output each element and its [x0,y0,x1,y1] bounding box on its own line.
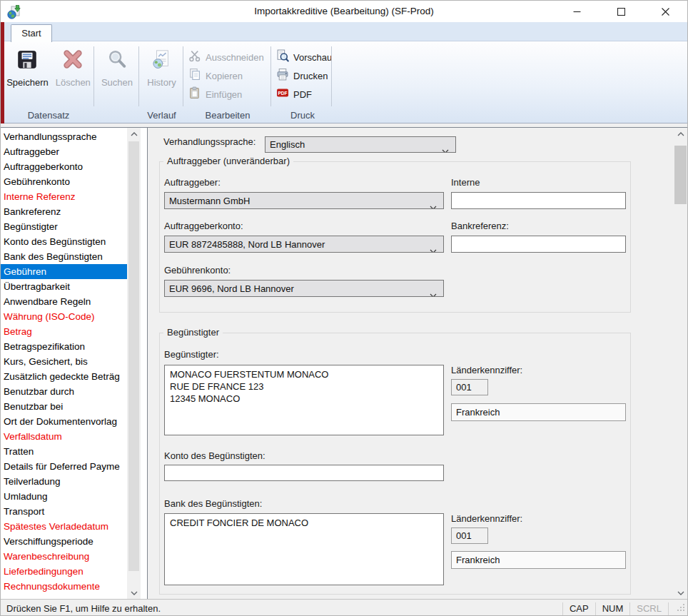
scroll-up-icon[interactable] [672,128,688,140]
ribbon-separator [331,46,332,106]
chevron-down-icon [430,286,437,297]
beneficiary-groupbox: Begünstigter Begünstigter: MONACO FUERST… [159,333,631,595]
sidebar-item[interactable]: Lieferbedingungen [1,564,127,579]
print-button-label: Drucken [293,71,328,81]
scrollbar-thumb[interactable] [128,141,139,571]
ribbon-group-label: Datensatz [4,110,93,121]
save-button[interactable]: Speichern [3,46,52,88]
ribbon-group-datensatz: Speichern Löschen Datensatz [4,41,93,123]
save-button-label: Speichern [6,77,49,88]
print-button[interactable]: Drucken [273,66,333,85]
tab-start[interactable]: Start [11,24,52,42]
sidebar-item[interactable]: Transport [1,504,127,519]
sidebar-item[interactable]: Gebührenkonto [1,174,127,189]
sidebar-item[interactable]: Bank des Begünstigten [1,249,127,264]
sidebar-item[interactable]: Rechnungsdokumente [1,579,127,594]
bank-reference-input[interactable] [451,236,626,253]
bank-reference-label: Bankreferenz: [451,221,509,231]
paste-button-label: Einfügen [206,89,242,100]
sidebar-item[interactable]: Gebühren [1,264,127,279]
scroll-down-icon[interactable] [127,587,141,599]
sidebar-item[interactable]: Bankreferenz [1,204,127,219]
sidebar-item[interactable]: Umladung [1,489,127,504]
beneficiary-account-input[interactable] [164,465,444,481]
ribbon-group-label: Verlauf [141,110,183,121]
country-code-label-2: Länderkennziffer: [451,513,522,524]
sidebar-item[interactable]: Konto des Begünstigten [1,234,127,249]
close-button[interactable] [643,1,687,22]
ribbon-separator [93,46,94,106]
applicant-select[interactable]: Mustermann GmbH [164,192,444,209]
svg-text:PDF: PDF [278,91,287,96]
beneficiary-bank-textarea[interactable]: CREDIT FONCIER DE MONACO [164,513,444,585]
sidebar-item[interactable]: Verschiffungsperiode [1,534,127,549]
applicant-account-select[interactable]: EUR 8872485888, Nord LB Hannover [164,236,444,253]
applicant-value: Mustermann GmbH [169,196,250,206]
sidebar-item[interactable]: Benutzbar durch [1,384,127,399]
scroll-lock-indicator: SCRL [629,602,669,615]
history-button[interactable]: History [143,46,179,88]
sidebar-item[interactable]: Übertragbarkeit [1,279,127,294]
sidebar-item[interactable]: Begünstigter [1,219,127,234]
paste-button[interactable]: Einfügen [185,85,270,103]
fee-account-value: EUR 9696, Nord LB Hannover [169,283,294,294]
sidebar-item[interactable]: Anwendbare Regeln [1,294,127,309]
cut-icon [188,49,201,65]
chevron-down-icon [442,143,449,153]
preview-button[interactable]: Vorschau [273,48,333,66]
form-pane: Verhandlungssprache: Englisch Auftraggeb… [147,128,672,599]
maximize-button[interactable] [599,1,643,22]
window-controls [555,1,687,22]
main-area: VerhandlungsspracheAuftraggeberAuftragge… [1,127,688,600]
title-bar: Importakkreditive (Bearbeitung) (SF-Prod… [1,1,687,22]
pdf-button[interactable]: PDF PDF [273,85,333,103]
country-code-label: Länderkennziffer: [451,365,522,375]
sidebar-item[interactable]: Auftraggeber [1,144,127,159]
save-icon [16,49,38,73]
delete-button-label: Löschen [56,77,91,88]
search-button[interactable]: Suchen [98,46,136,88]
ribbon-separator [270,46,271,106]
sidebar-item[interactable]: Details für Deferred Payme [1,459,127,474]
language-select[interactable]: Englisch [265,136,456,153]
beneficiary-textarea[interactable]: MONACO FUERSTENTUM MONACO RUE DE FRANCE … [164,365,444,435]
sidebar-item[interactable]: Interne Referenz [1,189,127,204]
resize-grip-icon[interactable] [677,602,685,615]
ribbon-group-bearbeiten: Ausschneiden Kopieren [185,41,270,123]
pdf-button-label: PDF [293,89,312,100]
sidebar-scrollbar[interactable] [127,128,141,599]
fee-account-label: Gebührenkonto: [164,265,231,276]
status-bar: Drücken Sie F1, um Hilfe zu erhalten. CA… [1,601,687,616]
scroll-down-icon[interactable] [672,587,688,599]
sidebar-item[interactable]: Warenbeschreibung [1,549,127,564]
internal-input[interactable] [451,192,626,209]
ribbon-group-verlauf: History Verlauf [141,41,183,123]
sidebar-item[interactable]: Spätestes Verladedatum [1,519,127,534]
scroll-up-icon[interactable] [127,128,141,140]
frame-accent-strip [1,22,4,123]
sidebar-item[interactable]: Tratten [1,444,127,459]
sidebar-item[interactable]: Zusätzlich gedeckte Beträg [1,369,127,384]
num-lock-indicator: NUM [595,602,630,615]
sidebar-item[interactable]: Benutzbar bei [1,399,127,414]
ribbon-group-label: Bearbeiten [185,110,270,121]
fee-account-select[interactable]: EUR 9696, Nord LB Hannover [164,280,444,297]
sidebar-item[interactable]: Ort der Dokumentenvorlag [1,414,127,429]
ribbon-group-label: Druck [273,110,333,121]
sidebar-item[interactable]: Verfallsdatum [1,429,127,444]
sidebar-item[interactable]: Verhandlungssprache [1,129,127,144]
sidebar-item[interactable]: Währung (ISO-Code) [1,309,127,324]
sidebar-item[interactable]: Betrag [1,324,127,339]
sidebar-item[interactable]: Kurs, Gesichert, bis [1,354,127,369]
sidebar-item[interactable]: Betragspezifikation [1,339,127,354]
delete-button[interactable]: Löschen [52,46,94,88]
minimize-button[interactable] [555,1,599,22]
form-scrollbar[interactable] [672,128,688,599]
cut-button[interactable]: Ausschneiden [185,48,270,66]
status-message: Drücken Sie F1, um Hilfe zu erhalten. [6,601,161,616]
scrollbar-thumb[interactable] [674,146,687,204]
copy-button[interactable]: Kopieren [185,66,270,85]
pane-divider [141,128,147,599]
sidebar-item[interactable]: Teilverladung [1,474,127,489]
sidebar-item[interactable]: Auftraggeberkonto [1,159,127,174]
